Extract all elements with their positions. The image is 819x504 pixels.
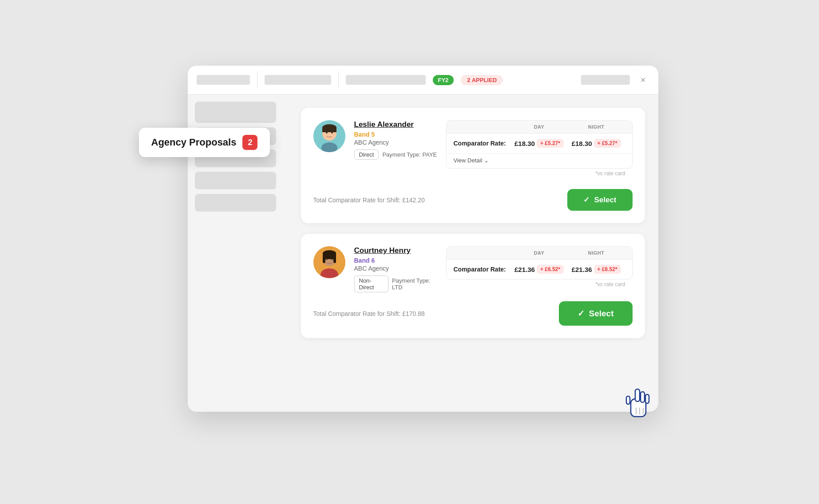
person-name-courtney[interactable]: Courtney Henry xyxy=(354,246,437,255)
night-rate-cell-leslie: £18.30 + £5.27* xyxy=(568,139,625,148)
person-band-leslie: Band 5 xyxy=(354,131,437,138)
day-diff-courtney: + £6.52* xyxy=(537,265,564,274)
night-rate-leslie: £18.30 xyxy=(572,140,592,147)
svg-point-5 xyxy=(326,132,328,134)
night-diff-courtney: + £6.52* xyxy=(594,265,621,274)
rate-row-courtney: Comparator Rate: £21.36 + £6.52* £21.36 … xyxy=(447,260,632,279)
check-icon-leslie: ✓ xyxy=(583,195,590,205)
avatar-leslie-svg xyxy=(313,120,345,152)
total-rate-courtney: Total Comparator Rate for Shift: £170.88 xyxy=(313,310,425,317)
scene: FY2 2 APPLIED × xyxy=(143,52,676,452)
svg-rect-4 xyxy=(322,128,336,132)
card-bottom-courtney: Total Comparator Rate for Shift: £170.88… xyxy=(313,301,633,326)
tag-direct: Direct xyxy=(354,150,379,160)
day-rate-cell-courtney: £21.36 + £6.52* xyxy=(510,265,568,274)
card-top-courtney: Courtney Henry Band 6 ABC Agency Non-Dir… xyxy=(313,246,633,292)
tab-divider-1 xyxy=(257,72,257,88)
sidebar-item-4[interactable] xyxy=(195,172,276,189)
agency-proposals-count: 2 xyxy=(242,135,257,150)
main-window: FY2 2 APPLIED × xyxy=(188,66,658,412)
rate-table-courtney: DAY NIGHT Comparator Rate: £21.36 + £6.5… xyxy=(446,246,633,291)
select-label-courtney: Select xyxy=(589,309,614,319)
avatar-courtney xyxy=(313,246,345,278)
rate-table-courtney-inner: DAY NIGHT Comparator Rate: £21.36 + £6.5… xyxy=(446,246,633,280)
day-col-label-leslie: DAY xyxy=(510,124,568,130)
person-agency-leslie: ABC Agency xyxy=(354,139,437,146)
svg-point-14 xyxy=(326,258,328,260)
top-bar: FY2 2 APPLIED × xyxy=(188,66,658,94)
card-top-leslie: Leslie Alexander Band 5 ABC Agency Direc… xyxy=(313,120,633,180)
tag-non-direct: Non-Direct xyxy=(354,276,388,292)
card-bottom-leslie: Total Comparator Rate for Shift: £142.20… xyxy=(313,189,633,211)
day-rate-cell-leslie: £18.30 + £5.27* xyxy=(510,139,568,148)
tab-placeholder-3[interactable] xyxy=(346,75,426,85)
payment-type-leslie: Payment Type: PAYE xyxy=(382,151,437,158)
sidebar-item-5[interactable] xyxy=(195,194,276,212)
person-info-leslie: Leslie Alexander Band 5 ABC Agency Direc… xyxy=(354,120,437,160)
rate-table-leslie: DAY NIGHT Comparator Rate: £18.30 + £5.2… xyxy=(446,120,633,180)
select-label-leslie: Select xyxy=(594,196,616,205)
agency-proposals-badge[interactable]: Agency Proposals 2 xyxy=(139,128,270,157)
night-col-label-leslie: NIGHT xyxy=(568,124,625,130)
proposal-card-leslie: Leslie Alexander Band 5 ABC Agency Direc… xyxy=(301,108,645,223)
rate-table-header-courtney: DAY NIGHT xyxy=(447,247,632,260)
tab-placeholder-right[interactable] xyxy=(581,75,630,85)
person-name-leslie[interactable]: Leslie Alexander xyxy=(354,120,437,129)
hand-cursor-svg xyxy=(623,386,654,425)
view-detail-text-leslie: View Detail xyxy=(454,157,483,164)
tab-divider-2 xyxy=(338,72,339,88)
payment-type-courtney: Payment Type: LTD xyxy=(392,277,437,291)
svg-rect-12 xyxy=(323,256,325,263)
rate-table-leslie-inner: DAY NIGHT Comparator Rate: £18.30 + £5.2… xyxy=(446,120,633,169)
view-detail-leslie[interactable]: View Detail ⌄ xyxy=(447,153,632,168)
chevron-down-icon-leslie: ⌄ xyxy=(484,157,489,164)
close-button[interactable]: × xyxy=(637,74,649,86)
main-content: Leslie Alexander Band 5 ABC Agency Direc… xyxy=(283,94,658,412)
day-rate-leslie: £18.30 xyxy=(514,140,535,147)
tab-placeholder-2[interactable] xyxy=(265,75,331,85)
badge-applied[interactable]: 2 APPLIED xyxy=(461,75,503,85)
svg-rect-18 xyxy=(641,392,645,402)
check-icon-courtney: ✓ xyxy=(578,308,585,319)
tags-leslie: Direct Payment Type: PAYE xyxy=(354,150,437,160)
avatar-courtney-svg xyxy=(313,246,345,278)
tab-placeholder-1[interactable] xyxy=(197,75,250,85)
svg-rect-19 xyxy=(645,394,649,403)
svg-rect-13 xyxy=(333,256,336,263)
night-rate-courtney: £21.36 xyxy=(572,266,592,273)
view-detail-link-leslie[interactable]: View Detail ⌄ xyxy=(454,157,625,164)
proposal-card-courtney: Courtney Henry Band 6 ABC Agency Non-Dir… xyxy=(301,234,645,338)
vs-rate-card-courtney: *vs rate card xyxy=(446,280,633,291)
comparator-label-leslie: Comparator Rate: xyxy=(454,140,511,147)
total-rate-leslie: Total Comparator Rate for Shift: £142.20 xyxy=(313,197,425,204)
day-diff-leslie: + £5.27* xyxy=(537,139,564,148)
vs-rate-card-leslie: *vs rate card xyxy=(446,169,633,180)
agency-proposals-title: Agency Proposals xyxy=(151,137,237,148)
badge-fy2: FY2 xyxy=(433,75,454,85)
svg-point-15 xyxy=(331,258,333,260)
comparator-label-courtney: Comparator Rate: xyxy=(454,266,511,273)
sidebar-item-1[interactable] xyxy=(195,102,276,123)
tags-courtney: Non-Direct Payment Type: LTD xyxy=(354,276,437,292)
person-band-courtney: Band 6 xyxy=(354,257,437,264)
avatar-leslie xyxy=(313,120,345,152)
night-rate-cell-courtney: £21.36 + £6.52* xyxy=(568,265,625,274)
svg-rect-17 xyxy=(635,389,640,402)
rate-row-leslie: Comparator Rate: £18.30 + £5.27* £18.30 … xyxy=(447,134,632,153)
select-button-courtney[interactable]: ✓ Select xyxy=(559,301,633,326)
select-button-leslie[interactable]: ✓ Select xyxy=(567,189,632,211)
person-agency-courtney: ABC Agency xyxy=(354,265,437,272)
cursor-icon xyxy=(623,386,654,427)
day-rate-courtney: £21.36 xyxy=(514,266,535,273)
night-col-label-courtney: NIGHT xyxy=(568,250,625,256)
night-diff-leslie: + £5.27* xyxy=(594,139,621,148)
svg-point-6 xyxy=(331,132,333,134)
rate-table-header-leslie: DAY NIGHT xyxy=(447,121,632,134)
person-info-courtney: Courtney Henry Band 6 ABC Agency Non-Dir… xyxy=(354,246,437,292)
day-col-label-courtney: DAY xyxy=(510,250,568,256)
svg-rect-20 xyxy=(626,396,630,404)
